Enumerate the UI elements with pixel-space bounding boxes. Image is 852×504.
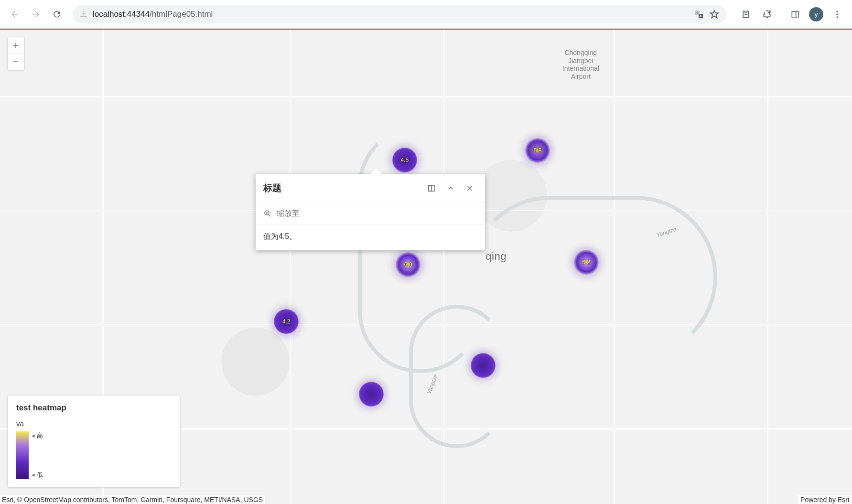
address-bar[interactable]: localhost:44344/htmlPage05.html 文A	[73, 5, 726, 23]
url-text: localhost:44344/htmlPage05.html	[93, 10, 689, 19]
legend: test heatmap va 高 低	[8, 396, 180, 487]
svg-rect-5	[792, 11, 798, 17]
dock-icon	[427, 184, 436, 193]
heat-point[interactable]: 4.5	[392, 148, 417, 172]
reading-list-button[interactable]	[737, 5, 755, 23]
heat-point-value: 6.2	[582, 259, 590, 266]
legend-field: va	[16, 419, 171, 428]
profile-button[interactable]: y	[807, 5, 825, 23]
feature-popup: 标题 缩放至 值为4.5。	[256, 174, 485, 250]
heat-point[interactable]: 6.0	[396, 252, 421, 277]
heat-point-value: 5.8	[534, 147, 542, 154]
side-panel-button[interactable]	[786, 5, 804, 23]
heat-point[interactable]: 4.2	[274, 309, 299, 334]
popup-close-button[interactable]	[462, 181, 477, 196]
svg-line-13	[269, 215, 270, 217]
legend-low-label: 低	[32, 471, 43, 479]
legend-title: test heatmap	[16, 403, 171, 413]
back-button[interactable]	[6, 5, 24, 23]
airport-label: Chongqing Jiangbei International Airport	[562, 49, 599, 81]
reload-icon	[52, 10, 62, 19]
heat-point[interactable]	[359, 382, 384, 407]
zoom-in-button[interactable]	[8, 37, 24, 54]
avatar: y	[809, 7, 823, 21]
popup-zoom-to[interactable]: 缩放至	[256, 203, 485, 225]
translate-icon[interactable]: 文A	[694, 9, 704, 20]
browser-toolbar: localhost:44344/htmlPage05.html 文A y	[0, 0, 852, 29]
popup-arrow	[370, 168, 382, 174]
legend-ramp-bar	[16, 431, 29, 479]
toolbar-divider	[781, 9, 781, 20]
menu-button[interactable]	[828, 5, 846, 23]
popup-dock-button[interactable]	[424, 181, 439, 196]
svg-rect-11	[429, 185, 431, 191]
heat-point[interactable]: 6.2	[574, 250, 599, 275]
heat-point-value: 6.0	[404, 261, 412, 268]
zoom-control	[8, 37, 24, 70]
plus-icon	[12, 42, 20, 49]
heat-point[interactable]	[471, 353, 496, 378]
arrow-right-icon	[31, 10, 41, 19]
minus-icon	[12, 58, 20, 65]
forward-button[interactable]	[27, 5, 45, 23]
svg-text:A: A	[700, 14, 702, 18]
arrow-left-icon	[10, 10, 20, 19]
svg-point-9	[836, 16, 838, 18]
map-frame: qing Chongqing Jiangbei International Ai…	[0, 29, 852, 504]
attribution-right[interactable]: Powered by Esri	[798, 495, 852, 504]
kebab-icon	[832, 10, 842, 19]
chevron-up-icon	[446, 184, 455, 193]
heat-point[interactable]: 5.8	[525, 138, 550, 163]
heat-point-value: 4.5	[401, 157, 409, 163]
legend-high-label: 高	[32, 431, 43, 440]
bookmark-star-icon[interactable]	[709, 9, 720, 20]
side-panel-icon	[790, 10, 800, 19]
zoom-in-magnifier-icon	[263, 209, 272, 218]
puzzle-icon	[762, 10, 772, 19]
heat-point-value: 4.2	[282, 318, 291, 325]
svg-point-7	[836, 11, 838, 12]
legend-ramp: 高 低	[16, 431, 171, 479]
popup-zoom-to-label: 缩放至	[277, 209, 300, 219]
reload-button[interactable]	[48, 5, 66, 23]
city-label: qing	[485, 250, 507, 263]
svg-point-8	[836, 13, 838, 15]
extensions-button[interactable]	[758, 5, 776, 23]
close-icon	[466, 184, 474, 192]
popup-content: 值为4.5。	[256, 225, 485, 250]
popup-header: 标题	[256, 174, 485, 203]
attribution-left: Esri, © OpenStreetMap contributors, TomT…	[0, 495, 265, 504]
zoom-out-button[interactable]	[8, 54, 24, 70]
popup-title: 标题	[263, 182, 420, 194]
site-info-icon[interactable]	[79, 10, 88, 19]
svg-text:文: 文	[696, 11, 699, 14]
reading-list-icon	[741, 10, 751, 19]
popup-collapse-button[interactable]	[443, 181, 458, 196]
map-viewport[interactable]: qing Chongqing Jiangbei International Ai…	[0, 30, 852, 504]
